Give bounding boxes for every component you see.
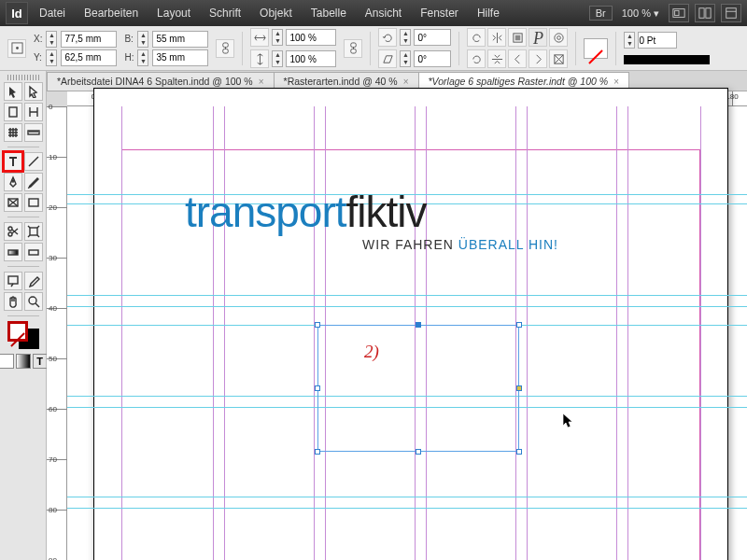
view-options-icon[interactable] bbox=[721, 4, 741, 22]
paragraph-style-icon[interactable]: P bbox=[529, 28, 547, 47]
handle-s[interactable] bbox=[416, 449, 421, 455]
hand-tool[interactable] bbox=[4, 292, 22, 311]
bridge-button[interactable]: Br bbox=[589, 6, 613, 21]
w-field[interactable] bbox=[152, 31, 208, 48]
vertical-ruler[interactable]: 0102030405060708090 bbox=[47, 106, 67, 560]
column-guide bbox=[616, 106, 617, 560]
rotate-cw-icon[interactable] bbox=[467, 49, 486, 68]
fill-none-swatch[interactable] bbox=[584, 38, 608, 59]
stroke-stepper[interactable]: ▲▼ bbox=[624, 32, 635, 49]
h-stepper[interactable]: ▲▼ bbox=[137, 49, 148, 66]
menu-bearbeiten[interactable]: Bearbeiten bbox=[77, 5, 146, 21]
svg-rect-28 bbox=[8, 250, 18, 255]
menu-datei[interactable]: Datei bbox=[32, 5, 73, 21]
pencil-tool[interactable] bbox=[24, 173, 43, 191]
menu-objekt[interactable]: Objekt bbox=[252, 5, 300, 21]
scale-y-field[interactable] bbox=[286, 50, 336, 67]
eyedropper-tool[interactable] bbox=[24, 272, 43, 290]
free-transform-tool[interactable] bbox=[24, 222, 43, 241]
apply-gradient-icon[interactable] bbox=[16, 354, 31, 369]
h-field[interactable] bbox=[152, 49, 208, 66]
handle-w[interactable] bbox=[315, 385, 320, 391]
constrain-scale-icon[interactable] bbox=[344, 39, 362, 58]
handle-sw[interactable] bbox=[315, 449, 320, 455]
svg-rect-2 bbox=[699, 8, 704, 19]
stroke-group: ▲▼ bbox=[624, 32, 710, 64]
y-field[interactable] bbox=[61, 49, 117, 66]
grid-tool[interactable] bbox=[4, 123, 22, 142]
global-zoom[interactable]: 100 % ▾ bbox=[618, 6, 663, 21]
rotate-stepper[interactable]: ▲▼ bbox=[400, 29, 411, 46]
arrange-icon[interactable] bbox=[695, 4, 715, 22]
svg-point-22 bbox=[12, 180, 14, 182]
flip-h-icon[interactable] bbox=[487, 28, 506, 47]
scale-y-stepper[interactable]: ▲▼ bbox=[272, 50, 283, 67]
flip-v-icon[interactable] bbox=[487, 49, 506, 68]
handle-se[interactable] bbox=[516, 449, 522, 455]
x-stepper[interactable]: ▲▼ bbox=[46, 31, 57, 48]
scale-y-icon bbox=[250, 49, 269, 68]
rotate-ccw-icon[interactable] bbox=[467, 28, 486, 47]
shear-stepper[interactable]: ▲▼ bbox=[400, 50, 411, 67]
select-content-icon[interactable] bbox=[549, 28, 568, 47]
selected-text-frame[interactable] bbox=[317, 325, 519, 452]
zoom-tool[interactable] bbox=[24, 292, 43, 311]
direct-selection-tool[interactable] bbox=[24, 82, 43, 101]
divider bbox=[615, 32, 616, 65]
horizontal-guide bbox=[67, 295, 747, 296]
selection-tool[interactable] bbox=[4, 82, 22, 101]
menu-layout[interactable]: Layout bbox=[149, 5, 198, 21]
fit-icon[interactable] bbox=[549, 49, 568, 68]
select-next-icon[interactable] bbox=[529, 49, 547, 68]
scissors-tool[interactable] bbox=[4, 222, 22, 241]
gap-tool[interactable] bbox=[24, 103, 43, 121]
y-stepper[interactable]: ▲▼ bbox=[46, 49, 57, 66]
stroke-style-dropdown[interactable] bbox=[624, 55, 710, 64]
menu-hilfe[interactable]: Hilfe bbox=[470, 5, 507, 21]
scale-x-stepper[interactable]: ▲▼ bbox=[272, 29, 283, 46]
reference-point-icon[interactable] bbox=[7, 39, 26, 58]
x-field[interactable] bbox=[61, 31, 117, 48]
menu-fenster[interactable]: Fenster bbox=[413, 5, 466, 21]
shear-field[interactable] bbox=[414, 50, 451, 67]
tab-close-icon[interactable]: × bbox=[403, 77, 409, 87]
screen-mode-icon[interactable] bbox=[669, 4, 689, 22]
ruler-tool[interactable] bbox=[24, 123, 43, 142]
page-tool[interactable] bbox=[4, 103, 22, 121]
handle-e[interactable] bbox=[516, 385, 522, 391]
note-tool[interactable] bbox=[4, 272, 22, 290]
canvas[interactable]: transportfiktiv WIR FAHREN ÜBERALL HIN! … bbox=[67, 106, 747, 560]
handle-n[interactable] bbox=[416, 322, 421, 328]
type-tool[interactable] bbox=[4, 152, 22, 171]
scale-x-field[interactable] bbox=[286, 29, 336, 46]
handle-nw[interactable] bbox=[315, 322, 320, 328]
stroke-weight-field[interactable] bbox=[638, 32, 677, 49]
gradient-feather-tool[interactable] bbox=[24, 243, 43, 261]
select-container-icon[interactable] bbox=[508, 28, 527, 47]
divider bbox=[7, 315, 39, 316]
gradient-swatch-tool[interactable] bbox=[4, 243, 22, 261]
menu-tabelle[interactable]: Tabelle bbox=[303, 5, 354, 21]
fill-stroke-swatch[interactable] bbox=[7, 321, 39, 349]
tab-close-icon[interactable]: × bbox=[259, 77, 264, 87]
apply-color-icon[interactable] bbox=[0, 354, 14, 369]
tab-close-icon[interactable]: × bbox=[613, 77, 619, 87]
column-guide bbox=[224, 106, 225, 560]
constrain-wh-icon[interactable] bbox=[216, 39, 234, 58]
rotate-field[interactable] bbox=[414, 29, 451, 46]
w-stepper[interactable]: ▲▼ bbox=[137, 31, 148, 48]
column-guide bbox=[700, 106, 701, 560]
pen-tool[interactable] bbox=[4, 173, 22, 191]
line-tool[interactable] bbox=[24, 152, 43, 171]
handle-ne[interactable] bbox=[516, 322, 522, 328]
menu-ansicht[interactable]: Ansicht bbox=[358, 5, 409, 21]
menu-schrift[interactable]: Schrift bbox=[202, 5, 248, 21]
document-area: *Arbeitsdatei DINA4 6 Spalten.indd @ 100… bbox=[47, 71, 747, 560]
toolbox-grip[interactable] bbox=[7, 75, 39, 80]
select-prev-icon[interactable] bbox=[508, 49, 527, 68]
logo-text: transportfiktiv bbox=[185, 187, 558, 237]
svg-rect-15 bbox=[515, 35, 521, 40]
rectangle-tool[interactable] bbox=[24, 193, 43, 212]
rectangle-frame-tool[interactable] bbox=[4, 193, 22, 212]
apply-text-icon[interactable] bbox=[33, 354, 48, 369]
